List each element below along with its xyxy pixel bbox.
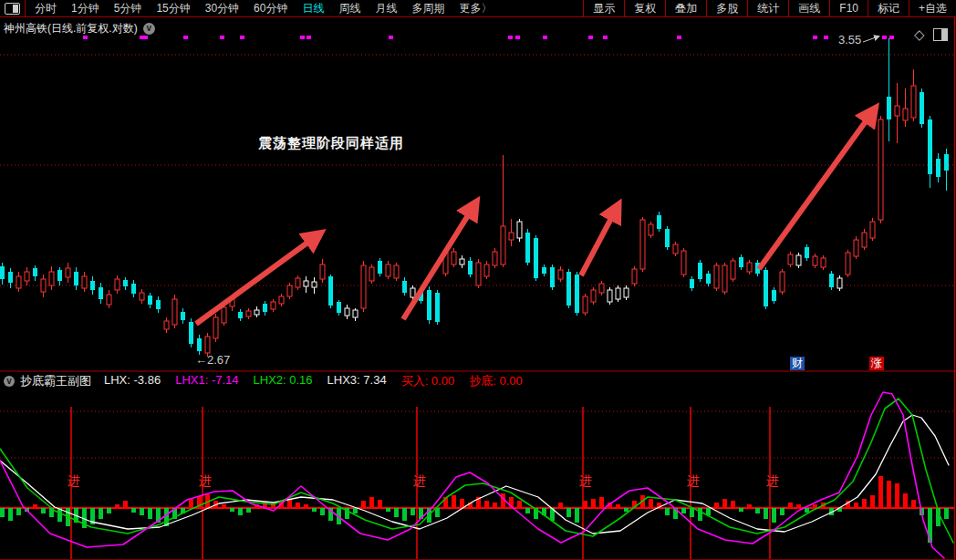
candle-body [238,312,243,318]
tools-menu-item[interactable]: 统计 [747,0,788,16]
period-menu-item[interactable]: 分时 [27,0,64,16]
signal-dot [824,36,828,39]
candle-body [903,109,908,120]
candle-body [131,284,136,294]
signal-dot [300,36,305,39]
tools-menu-item[interactable]: 叠加 [665,0,706,16]
high-label-arrow [863,36,878,42]
hist-bar-up [796,504,801,508]
candle-body [731,261,735,279]
candle-body [558,270,563,279]
candle-body [895,106,899,116]
candle-body [862,233,867,247]
hist-bar-down [681,508,686,513]
hist-bar-up [887,481,891,508]
chart-title: 神州高铁(日线.前复权.对数) [4,21,138,36]
hist-bar-up [903,493,908,508]
tools-menu-item[interactable]: 多股 [706,0,747,16]
tools-menu-item[interactable]: 画线 [788,0,829,16]
candle-body [74,272,78,285]
hist-bar-down [246,508,251,513]
candle-body [501,226,505,264]
indicator-value: 买入: 0.00 [401,373,455,389]
chart-title-row: 神州高铁(日线.前复权.对数) v [4,21,155,36]
hist-bar-down [764,508,768,519]
candle-body [722,265,727,292]
signal-dot [508,36,513,39]
hist-bar-up [33,504,37,508]
candle-body [517,222,522,238]
period-menu-item[interactable]: 1分钟 [64,0,107,16]
candle-body [920,92,924,124]
hist-bar-down [739,508,743,512]
hist-bar-down [312,508,317,512]
period-menu-item[interactable]: 周线 [331,0,368,16]
candle-body [328,276,333,306]
candle-body [123,280,128,286]
candle-body [148,296,152,305]
tools-menu-item[interactable]: 标记 [868,0,909,16]
signal-dot [813,36,817,39]
period-menu-item[interactable]: 日线 [295,0,331,16]
tools-menu-item[interactable]: F10 [829,0,868,16]
hist-bar-up [115,504,120,508]
candle-body [714,265,719,288]
hist-bar-down [16,508,21,515]
candle-body [394,265,399,278]
candle-body [49,272,54,285]
candle-body [156,300,161,309]
hist-bar-up [189,499,193,508]
candle-body [82,276,87,288]
candle-body [263,304,267,312]
hist-bar-up [731,501,735,508]
candle-body [854,240,858,256]
indicator-header: v 抄底霸王副图 LHX: -3.86LHX1: -7.14LHX2: 0.16… [4,373,537,389]
split-window-icon[interactable] [933,28,948,41]
tools-menu-item[interactable]: 显示 [583,0,624,16]
tools-menu-item[interactable]: +自选 [909,0,956,16]
hist-bar-up [452,495,456,508]
period-menu-item[interactable]: 15分钟 [149,0,197,16]
chart-graphics-canvas[interactable] [0,0,956,560]
hist-bar-down [402,508,407,521]
indicator-curve-white [0,415,949,534]
layout-panel-icon[interactable] [5,3,20,15]
chevron-down-icon[interactable]: v [4,376,15,387]
candle-body [846,253,850,275]
period-menu-item[interactable]: 60分钟 [246,0,295,16]
candle-body [90,281,95,290]
candle-body [312,282,317,287]
candle-body [476,263,481,285]
period-menu-item[interactable]: 30分钟 [198,0,246,16]
period-menu-item[interactable]: 5分钟 [107,0,150,16]
hist-bar-up [788,503,793,508]
candle-body [255,310,259,315]
candle-body [287,285,292,296]
candle-body [690,279,694,288]
candle-body [197,338,202,351]
hist-bar-down [665,508,670,515]
hist-bar-down [8,508,13,521]
hist-bar-down [131,508,136,513]
candle-body [246,311,251,316]
period-menu-item[interactable]: 多周期 [404,0,452,16]
period-menu-item[interactable]: 更多〉 [452,0,499,16]
hist-bar-up [123,501,128,508]
chevron-down-icon[interactable]: v [143,23,155,35]
hist-bar-down [805,508,809,513]
hist-bar-up [304,504,308,508]
hist-bar-down [772,508,776,523]
hist-bar-up [813,504,817,508]
candle-body [657,215,661,229]
hist-bar-up [369,497,374,508]
hist-bar-up [870,495,875,508]
candle-body [550,267,555,287]
hist-bar-down [230,508,234,512]
candle-body [279,296,284,304]
candle-body [566,272,571,306]
signal-dot [543,36,547,39]
diamond-marker-icon[interactable]: ◇ [914,27,925,41]
period-menu-item[interactable]: 月线 [368,0,404,16]
hist-bar-down [148,508,152,519]
tools-menu-item[interactable]: 复权 [624,0,665,16]
